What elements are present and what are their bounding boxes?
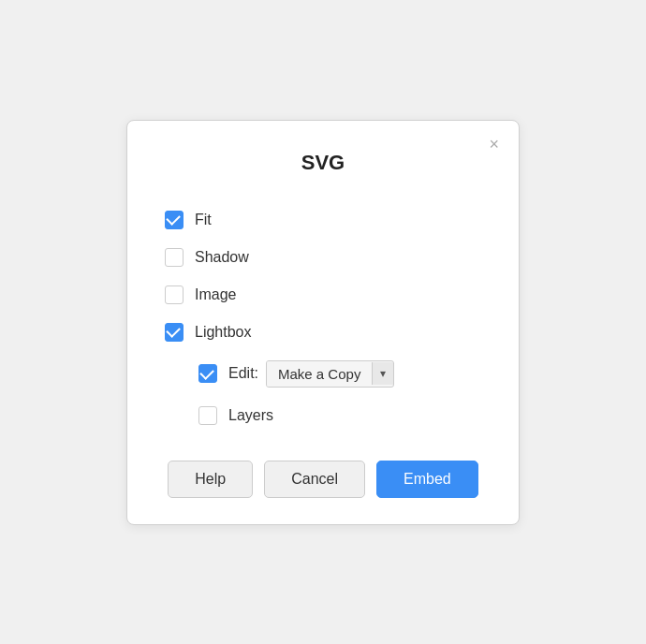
- option-row-fit: Fit: [165, 201, 481, 239]
- option-label-layers: Layers: [228, 407, 273, 424]
- help-button[interactable]: Help: [168, 461, 253, 498]
- option-row-edit: Edit: Make a Copy ▾: [165, 351, 481, 397]
- option-label-shadow: Shadow: [195, 249, 249, 266]
- close-button[interactable]: ×: [484, 134, 504, 154]
- close-icon: ×: [489, 135, 499, 154]
- checkbox-edit[interactable]: [198, 364, 217, 383]
- edit-label: Edit:: [228, 365, 258, 382]
- embed-button[interactable]: Embed: [376, 461, 478, 498]
- option-row-lightbox: Lightbox: [165, 314, 481, 351]
- options-list: Fit Shadow Image Lightbox Edit: Make a C…: [165, 201, 481, 434]
- option-row-image: Image: [165, 276, 481, 314]
- cancel-button[interactable]: Cancel: [264, 461, 365, 498]
- dialog-title: SVG: [165, 151, 481, 175]
- option-row-shadow: Shadow: [165, 239, 481, 276]
- dropdown-arrow-icon: ▾: [372, 362, 393, 385]
- edit-select-value: Make a Copy: [267, 361, 372, 387]
- checkbox-fit[interactable]: [165, 211, 184, 229]
- edit-select-wrapper: Edit: Make a Copy ▾: [228, 360, 394, 388]
- option-label-image: Image: [195, 286, 236, 303]
- button-row: Help Cancel Embed: [165, 461, 481, 498]
- option-label-fit: Fit: [195, 212, 212, 228]
- option-label-lightbox: Lightbox: [195, 324, 252, 341]
- checkbox-lightbox[interactable]: [165, 323, 184, 342]
- option-row-layers: Layers: [165, 397, 481, 434]
- checkbox-layers[interactable]: [198, 406, 217, 425]
- checkbox-shadow[interactable]: [165, 248, 184, 267]
- edit-select-dropdown[interactable]: Make a Copy ▾: [266, 360, 394, 388]
- checkbox-image[interactable]: [165, 285, 184, 304]
- svg-dialog: × SVG Fit Shadow Image Lightbox Edit:: [126, 120, 520, 525]
